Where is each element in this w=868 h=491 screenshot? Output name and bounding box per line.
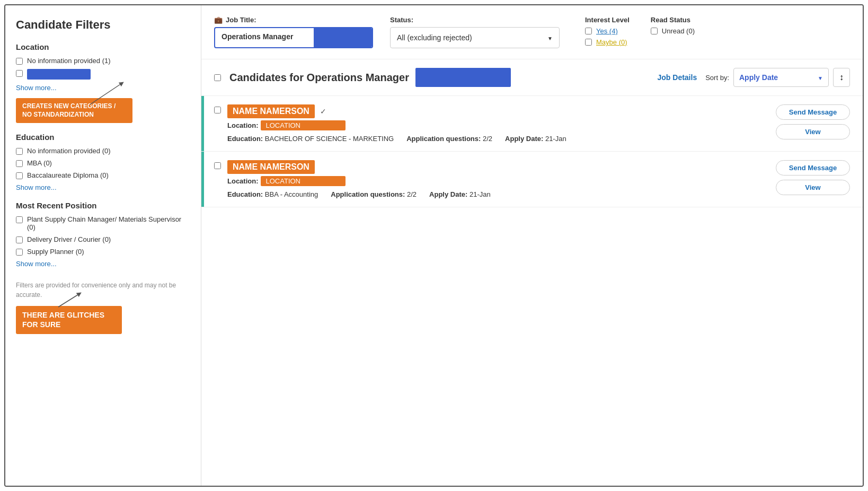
svg-line-1 — [58, 294, 79, 307]
location-filter: Location No information provided (1) Sho… — [16, 42, 190, 92]
interest-level-section: Interest Level Yes (4) Maybe (0) — [585, 16, 630, 46]
job-title-section: 💼 Job Title: Operations Manager — [214, 16, 373, 48]
education-checkbox-2[interactable] — [16, 160, 23, 167]
interest-maybe-item: Maybe (0) — [585, 38, 630, 46]
top-filter-bar: 💼 Job Title: Operations Manager Status: … — [201, 5, 863, 59]
position-item-2: Delivery Driver / Courier (0) — [16, 235, 190, 243]
candidate-location-2: LOCATION — [261, 176, 346, 186]
candidate-appq-2: Application questions: 2/2 — [331, 190, 417, 198]
position-label-2: Delivery Driver / Courier (0) — [27, 235, 111, 243]
read-status-section: Read Status Unread (0) — [651, 16, 695, 35]
candidate-appq-1: Application questions: 2/2 — [406, 135, 492, 143]
education-item-3: Baccalaureate Diploma (0) — [16, 171, 190, 179]
candidates-header: Candidates for Operations Manager Job De… — [201, 59, 863, 96]
status-value: All (excluding rejected) — [397, 33, 472, 42]
view-button-1[interactable]: View — [776, 124, 850, 139]
sort-section: Sort by: Apply Date ↕ — [705, 68, 850, 87]
location-redacted — [27, 69, 91, 80]
view-button-2[interactable]: View — [776, 180, 850, 195]
position-item-3: Supply Planner (0) — [16, 248, 190, 256]
job-title-input[interactable]: Operations Manager — [214, 27, 373, 48]
sort-label: Sort by: — [705, 74, 729, 82]
job-title-redacted — [314, 28, 372, 47]
education-label-3: Baccalaureate Diploma (0) — [27, 171, 109, 179]
candidate-details-row-1: Education: BACHELOR OF SCIENCE - MARKETI… — [227, 135, 767, 143]
annotation-glitches-wrapper: THERE ARE GLITCHES FOR SURE — [16, 306, 190, 334]
candidate-checkbox-2[interactable] — [214, 162, 221, 169]
status-dropdown[interactable]: All (excluding rejected) — [390, 27, 560, 48]
location-item-1: No information provided (1) — [16, 57, 190, 65]
unread-checkbox[interactable] — [651, 28, 658, 34]
education-item-2: MBA (0) — [16, 159, 190, 167]
read-status-label: Read Status — [651, 16, 695, 24]
location-item-2 — [16, 69, 190, 80]
position-checkbox-1[interactable] — [16, 216, 23, 223]
position-item-1: Plant Supply Chain Manager/ Materials Su… — [16, 215, 190, 231]
candidate-actions-2: Send Message View — [776, 160, 850, 195]
status-chevron-icon — [547, 33, 553, 42]
interest-yes-item: Yes (4) — [585, 27, 630, 35]
education-checkbox-1[interactable] — [16, 148, 23, 155]
main-content: 💼 Job Title: Operations Manager Status: … — [201, 5, 863, 486]
job-details-link[interactable]: Job Details — [658, 73, 697, 82]
position-label-1: Plant Supply Chain Manager/ Materials Su… — [27, 215, 190, 231]
candidate-location-label-1: Location: — [227, 121, 259, 129]
status-label: Status: — [390, 16, 560, 24]
education-label-1: No information provided (0) — [27, 147, 111, 155]
candidates-area: Candidates for Operations Manager Job De… — [201, 59, 863, 486]
position-heading: Most Recent Position — [16, 201, 190, 210]
location-checkbox-2[interactable] — [16, 70, 23, 77]
sort-order-button[interactable]: ↕ — [833, 68, 850, 87]
education-item-1: No information provided (0) — [16, 147, 190, 155]
position-filter: Most Recent Position Plant Supply Chain … — [16, 201, 190, 268]
location-show-more[interactable]: Show more... — [16, 84, 190, 92]
send-message-button-1[interactable]: Send Message — [776, 104, 850, 120]
position-checkbox-3[interactable] — [16, 249, 23, 256]
job-title-label: 💼 Job Title: — [214, 16, 373, 24]
location-checkbox-1[interactable] — [16, 58, 23, 65]
select-all-checkbox[interactable] — [214, 74, 221, 81]
position-checkbox-2[interactable] — [16, 236, 23, 243]
candidates-title-text: Candidates for Operations Manager — [229, 72, 409, 84]
education-show-more[interactable]: Show more... — [16, 183, 190, 191]
sort-chevron-icon — [818, 73, 823, 82]
education-label-2: MBA (0) — [27, 159, 52, 167]
briefcase-icon: 💼 — [214, 16, 223, 24]
candidate-details-row-2: Education: BBA - Accounting Application … — [227, 190, 767, 198]
education-heading: Education — [16, 133, 190, 142]
candidate-name-row-1: NAME NAMERSON ✓ — [227, 104, 767, 118]
sort-dropdown[interactable]: Apply Date — [733, 68, 829, 87]
candidate-name-1: NAME NAMERSON — [227, 104, 315, 118]
interest-level-label: Interest Level — [585, 16, 630, 24]
unread-label: Unread (0) — [662, 27, 695, 35]
candidate-checkbox-1[interactable] — [214, 107, 221, 113]
candidate-card-1: NAME NAMERSON ✓ Location: LOCATION Educa… — [201, 96, 863, 152]
location-label-1: No information provided (1) — [27, 57, 111, 65]
education-checkbox-3[interactable] — [16, 172, 23, 179]
candidates-title-redacted — [415, 68, 511, 87]
annotation-creates-wrapper: CREATES NEW CATEGORIES / NO STANDARDIZAT… — [16, 94, 190, 123]
candidate-card-2: NAME NAMERSON Location: LOCATION Educati… — [201, 152, 863, 207]
sort-value: Apply Date — [739, 73, 778, 82]
job-title-value: Operations Manager — [215, 28, 314, 47]
position-show-more[interactable]: Show more... — [16, 260, 190, 268]
candidate-info-2: NAME NAMERSON Location: LOCATION Educati… — [227, 160, 767, 198]
candidate-applydate-2: Apply Date: 21-Jan — [429, 190, 491, 198]
candidate-actions-1: Send Message View — [776, 104, 850, 139]
candidate-applydate-1: Apply Date: 21-Jan — [505, 135, 566, 143]
interest-maybe-label[interactable]: Maybe (0) — [596, 38, 627, 46]
interest-maybe-checkbox[interactable] — [585, 39, 592, 46]
candidate-check-1: ✓ — [320, 107, 326, 116]
unread-item: Unread (0) — [651, 27, 695, 35]
candidate-education-2: Education: BBA - Accounting — [227, 190, 318, 198]
interest-yes-label[interactable]: Yes (4) — [596, 27, 618, 35]
candidate-info-1: NAME NAMERSON ✓ Location: LOCATION Educa… — [227, 104, 767, 143]
candidate-location-row-1: Location: LOCATION — [227, 120, 767, 130]
candidate-education-1: Education: BACHELOR OF SCIENCE - MARKETI… — [227, 135, 394, 143]
interest-yes-checkbox[interactable] — [585, 28, 592, 34]
candidate-location-label-2: Location: — [227, 177, 259, 185]
candidate-location-row-2: Location: LOCATION — [227, 176, 767, 186]
sidebar-title: Candidate Filters — [16, 18, 190, 32]
send-message-button-2[interactable]: Send Message — [776, 160, 850, 176]
sort-order-icon: ↕ — [839, 73, 844, 82]
